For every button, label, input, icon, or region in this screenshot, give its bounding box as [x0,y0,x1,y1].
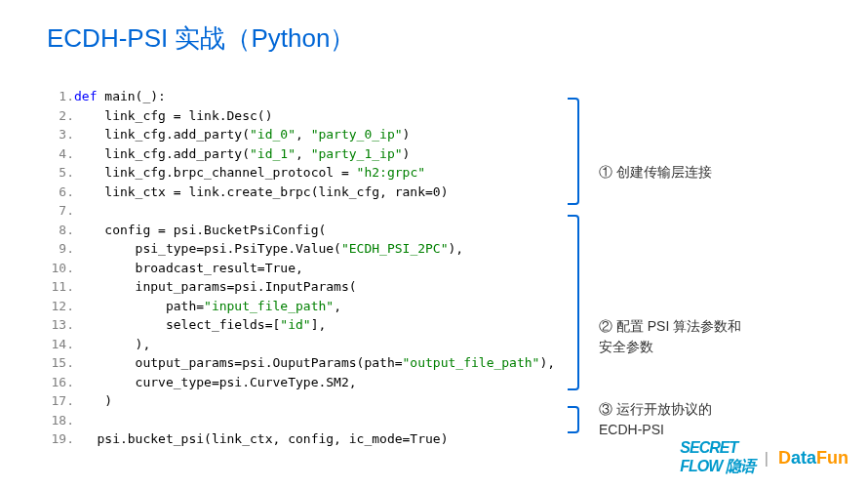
annotation-1-text: ① 创建传输层连接 [595,162,712,183]
bracket-icon [568,406,579,433]
annotation-3-text: ③ 运行开放协议的 ECDH-PSI [595,399,712,440]
bracket-icon [568,215,579,390]
annotations: ① 创建传输层连接 ② 配置 PSI 算法参数和 安全参数 ③ 运行开放协议的 … [595,98,839,449]
code-block: 1.def main(_): 2. link_cfg = link.Desc()… [47,87,555,449]
annotation-2-text: ② 配置 PSI 算法参数和 安全参数 [595,316,741,357]
datafun-logo: DataFun [778,448,848,469]
logo-sub: FLOW 隐语 [680,457,755,477]
annotation-3: ③ 运行开放协议的 ECDH-PSI [595,400,839,439]
secretflow-logo: SECRET FLOW 隐语 [680,439,755,477]
page-title: ECDH-PSI 实战（Python） [0,0,868,56]
logo-main: SECRET [680,439,755,457]
separator: | [765,450,769,468]
footer: SECRET FLOW 隐语 | DataFun [680,439,848,477]
annotation-1: ① 创建传输层连接 [595,98,839,205]
bracket-icon [568,98,579,205]
annotation-2: ② 配置 PSI 算法参数和 安全参数 [595,215,839,390]
